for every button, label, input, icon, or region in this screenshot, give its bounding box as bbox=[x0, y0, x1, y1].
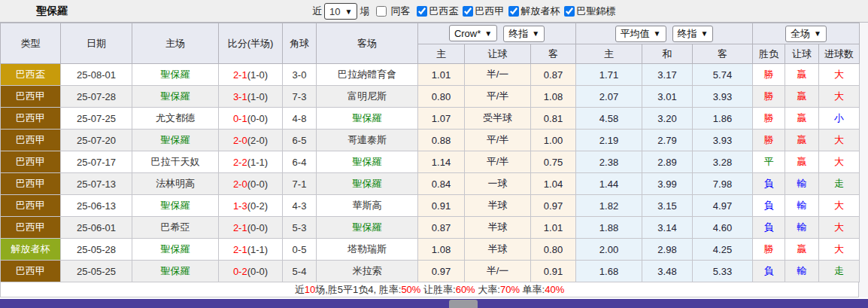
date-cell: 25-08-01 bbox=[61, 64, 132, 86]
league-type-cell[interactable]: 巴西甲 bbox=[1, 151, 61, 173]
home-team-link[interactable]: 聖保羅 bbox=[132, 195, 219, 217]
home-team-link[interactable]: 聖保羅 bbox=[132, 130, 219, 151]
home-team-link[interactable]: 聖保羅 bbox=[132, 239, 219, 261]
league-type-cell[interactable]: 巴西甲 bbox=[1, 130, 61, 151]
avg-home-odds: 4.58 bbox=[576, 108, 642, 130]
match-row: 巴西甲25-07-20聖保羅2-0(2-0)6-5哥連泰斯0.88平/半1.00… bbox=[1, 130, 860, 151]
away-team-link[interactable]: 富明尼斯 bbox=[317, 86, 418, 108]
result-outcome: 勝 bbox=[753, 64, 785, 86]
league-type-cell[interactable]: 巴西甲 bbox=[1, 108, 61, 130]
date-cell: 25-07-20 bbox=[61, 130, 132, 151]
away-team-link[interactable]: 聖保羅 bbox=[317, 151, 418, 173]
match-row: 巴西甲25-07-17巴拉干天奴2-2(1-1)6-4聖保羅1.14平/半0.7… bbox=[1, 151, 860, 173]
date-cell: 25-07-17 bbox=[61, 151, 132, 173]
away-team-link[interactable]: 哥連泰斯 bbox=[317, 130, 418, 151]
crow-away-odds: 0.81 bbox=[531, 108, 576, 130]
result-outcome: 勝 bbox=[753, 130, 785, 151]
league-type-cell[interactable]: 解放者杯 bbox=[1, 239, 61, 261]
crow-odds-stage-select[interactable]: 终指▼ bbox=[503, 26, 545, 42]
league-type-cell[interactable]: 巴西甲 bbox=[1, 217, 61, 239]
home-team-link[interactable]: 聖保羅 bbox=[132, 64, 219, 86]
score-cell: 2-0(2-0) bbox=[219, 130, 283, 151]
crow-away-odds: 0.91 bbox=[531, 261, 576, 282]
league-type-cell[interactable]: 巴西甲 bbox=[1, 261, 61, 282]
match-row: 解放者杯25-05-28聖保羅2-1(1-1)0-5塔勒瑞斯1.08半球0.80… bbox=[1, 239, 860, 261]
home-team-link[interactable]: 巴拉干天奴 bbox=[132, 151, 219, 173]
crow-home-odds: 1.01 bbox=[418, 64, 465, 86]
avg-draw-odds: 3.99 bbox=[642, 173, 693, 195]
result-handicap: 贏 bbox=[785, 64, 819, 86]
league-filter-checkbox[interactable] bbox=[564, 6, 575, 17]
result-goals: 小 bbox=[819, 108, 860, 130]
halftime-score: (0-0) bbox=[247, 222, 268, 233]
bottom-bar-handle[interactable] bbox=[449, 300, 478, 308]
crow-home-odds: 1.14 bbox=[418, 151, 465, 173]
result-handicap: 贏 bbox=[785, 86, 819, 108]
col-header-crow-home: 主 bbox=[418, 44, 465, 64]
col-header-corner: 角球 bbox=[283, 23, 317, 64]
result-outcome: 平 bbox=[753, 151, 785, 173]
recent-count-select[interactable]: 10 ▼ bbox=[324, 3, 357, 20]
away-team-link[interactable]: 塔勒瑞斯 bbox=[317, 239, 418, 261]
date-cell: 25-07-25 bbox=[61, 108, 132, 130]
crow-home-odds: 0.80 bbox=[418, 86, 465, 108]
home-team-link[interactable]: 巴希亞 bbox=[132, 217, 219, 239]
away-team-link[interactable]: 巴拉納體育會 bbox=[317, 64, 418, 86]
crow-home-odds: 1.08 bbox=[418, 239, 465, 261]
league-filter-checkbox[interactable] bbox=[463, 6, 473, 17]
fulltime-select[interactable]: 全场▼ bbox=[785, 26, 827, 42]
halftime-score: (0-0) bbox=[247, 113, 268, 124]
halftime-score: (2-0) bbox=[247, 135, 268, 146]
result-goals: 走 bbox=[819, 173, 860, 195]
away-team-link[interactable]: 米拉索 bbox=[317, 261, 418, 282]
col-header-home: 主场 bbox=[132, 23, 219, 64]
corner-cell: 4-8 bbox=[283, 108, 317, 130]
score-cell: 0-2(0-0) bbox=[219, 261, 283, 282]
col-header-type: 类型 bbox=[1, 23, 61, 64]
bookmaker-select[interactable]: Crow*▼ bbox=[449, 25, 497, 41]
halftime-score: (1-0) bbox=[247, 69, 268, 81]
crow-handicap: 半球 bbox=[465, 239, 531, 261]
score-cell: 3-1(1-0) bbox=[219, 86, 283, 108]
away-team-link[interactable]: 聖保羅 bbox=[317, 108, 418, 130]
league-filter-checkbox[interactable] bbox=[508, 6, 519, 17]
home-team-link[interactable]: 聖保羅 bbox=[132, 86, 219, 108]
corner-cell: 6-5 bbox=[283, 130, 317, 151]
filter-controls: 近 10 ▼ 場 同客 巴西盃巴西甲解放者杯巴聖錦標 bbox=[312, 2, 615, 20]
fulltime-score: 2-0 bbox=[233, 178, 247, 190]
average-select[interactable]: 平均值▼ bbox=[615, 26, 666, 42]
score-cell: 2-1(1-1) bbox=[219, 239, 283, 261]
same-away-checkbox[interactable] bbox=[376, 6, 387, 17]
result-goals: 大 bbox=[819, 64, 860, 86]
summary-stat-value: 40% bbox=[545, 284, 564, 295]
away-team-link[interactable]: 華斯高 bbox=[317, 195, 418, 217]
home-team-link[interactable]: 聖保羅 bbox=[132, 261, 219, 282]
crow-home-odds: 0.87 bbox=[418, 217, 465, 239]
away-team-link[interactable]: 聖保羅 bbox=[317, 173, 418, 195]
chevron-down-icon: ▼ bbox=[344, 8, 352, 16]
avg-draw-odds: 2.98 bbox=[642, 239, 693, 261]
halftime-score: (0-0) bbox=[247, 178, 268, 190]
home-team-link[interactable]: 法林明高 bbox=[132, 173, 219, 195]
avg-away-odds: 5.74 bbox=[693, 64, 753, 86]
league-type-cell[interactable]: 巴西甲 bbox=[1, 173, 61, 195]
summary-text: 场,胜5平1负4, 胜率: bbox=[315, 284, 401, 295]
halftime-score: (1-1) bbox=[247, 244, 268, 255]
date-cell: 25-07-28 bbox=[61, 86, 132, 108]
away-team-link[interactable]: 聖保羅 bbox=[317, 217, 418, 239]
home-team-link[interactable]: 尤文都德 bbox=[132, 108, 219, 130]
halftime-score: (0-2) bbox=[247, 200, 268, 212]
league-type-cell[interactable]: 巴西甲 bbox=[1, 86, 61, 108]
result-goals: 大 bbox=[819, 130, 860, 151]
corner-cell: 5-4 bbox=[283, 261, 317, 282]
corner-cell: 7-3 bbox=[283, 86, 317, 108]
crow-away-odds: 1.00 bbox=[531, 130, 576, 151]
crow-away-odds: 0.80 bbox=[531, 239, 576, 261]
league-type-cell[interactable]: 巴西盃 bbox=[1, 64, 61, 86]
average-odds-stage-select[interactable]: 终指▼ bbox=[672, 26, 714, 42]
league-type-cell[interactable]: 巴西甲 bbox=[1, 195, 61, 217]
chevron-down-icon: ▼ bbox=[532, 29, 539, 38]
league-filter-checkbox[interactable] bbox=[417, 6, 427, 17]
crow-away-odds: 1.01 bbox=[531, 217, 576, 239]
corner-cell: 5-3 bbox=[283, 217, 317, 239]
